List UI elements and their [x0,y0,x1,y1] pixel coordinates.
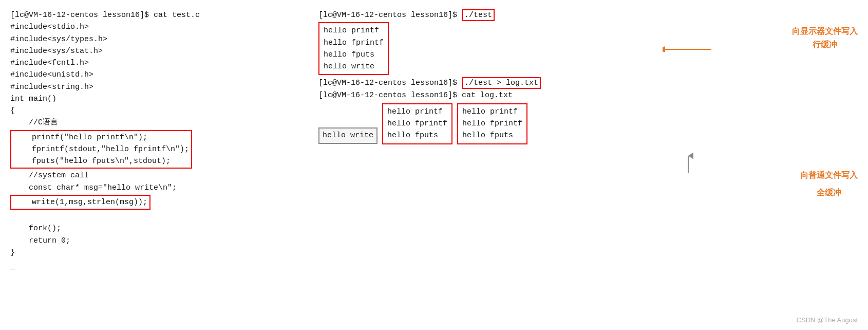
output-box-2: hello printf hello fprintf hello fputs [382,103,452,144]
red-box-write: write(1,msg,strlen(msg)); [10,195,150,210]
watermark: CSDN @The August [797,316,858,324]
include-string: #include<string.h> [10,81,298,93]
annotation-line1: 向显示器文件写入 [792,25,858,38]
include-fcntl: #include<fcntl.h> [10,57,298,69]
close-brace: } [10,247,298,259]
const-msg: const char* msg="hello write\n"; [10,182,298,194]
cursor: _ [10,262,15,271]
right-panel: [lc@VM-16-12-centos lesson16]$ ./test he… [298,9,858,325]
output-line-2: hello fprintf [324,37,384,49]
output-line-1: hello printf [324,25,384,36]
output-line-3: hello fputs [324,49,384,61]
return-line: return 0; [10,235,298,247]
ob3-line-2: hello fprintf [462,118,522,130]
output-line-4: hello write [324,61,384,72]
annotation-line2: 行缓冲 [792,38,858,51]
main-sig: int main() [10,93,298,105]
empty-line [10,211,298,223]
output-box-display: hello printf hello fprintf hello fputs h… [318,22,389,75]
include-sys-stat: #include<sys/stat.h> [10,45,298,57]
comment-c: //C语言 [10,117,298,129]
ob2-line-1: hello printf [387,106,447,118]
ob3-line-3: hello fputs [462,130,522,141]
annotation-file-line1: 向普通文件写入 [800,169,858,182]
right-prompt1: [lc@VM-16-12-centos lesson16]$ ./test [318,9,714,21]
annotation-display-buffer: 向显示器文件写入 行缓冲 [792,25,858,51]
ob3-line-1: hello printf [462,106,522,118]
right-prompt3: [lc@VM-16-12-centos lesson16]$ cat log.t… [318,89,714,101]
cmd2-highlight: ./test > log.txt [462,77,541,89]
left-prompt: [lc@VM-16-12-centos lesson16]$ cat test.… [10,9,298,21]
red-box-c-functions: printf("hello printf\n"); fprintf(stdout… [10,130,192,169]
fork-line: fork(); [10,223,298,234]
cmd1-highlight: ./test [462,9,495,21]
annotations-area: 向显示器文件写入 行缓冲 向普通文件写入 全缓冲 [714,9,858,325]
hello-write-box: hello write [318,127,378,143]
include-unistd: #include<unistd.h> [10,69,298,81]
terminal-area: [lc@VM-16-12-centos lesson16]$ ./test he… [318,9,714,325]
comment-syscall: //system call [10,170,298,181]
right-prompt2: [lc@VM-16-12-centos lesson16]$ ./test > … [318,77,714,89]
annotation-file-line2: 全缓冲 [800,186,858,199]
annotation-file-buffer: 向普通文件写入 全缓冲 [800,169,858,199]
arrow-left-1 [663,44,714,57]
arrow-up-1 [683,153,693,176]
ob2-line-2: hello fprintf [387,118,447,130]
output-box-3: hello printf hello fprintf hello fputs [457,103,527,144]
open-brace: { [10,105,298,117]
left-panel: [lc@VM-16-12-centos lesson16]$ cat test.… [10,9,298,325]
include-stdio: #include<stdio.h> [10,21,298,33]
ob2-line-3: hello fputs [387,130,447,141]
include-sys-types: #include<sys/types.h> [10,33,298,45]
